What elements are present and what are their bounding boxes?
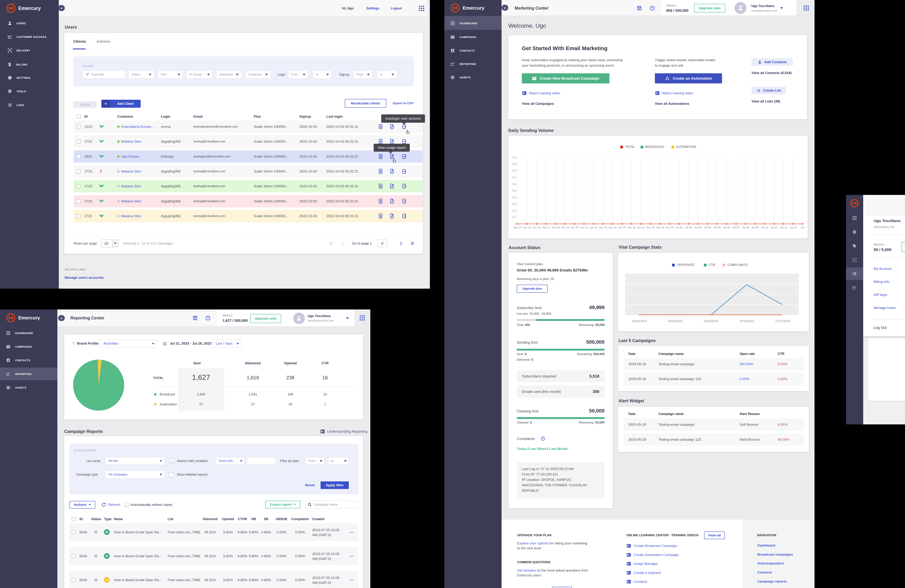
- svg-text:0: 0: [515, 222, 516, 225]
- svg-text:Jun 18: Jun 18: [551, 226, 559, 229]
- svg-text:Jun 24: Jun 24: [608, 226, 616, 229]
- svg-text:0.5: 0.5: [513, 189, 516, 192]
- svg-text:Jun 30: Jun 30: [665, 226, 673, 229]
- svg-text:Jul 13: Jul 13: [789, 226, 797, 229]
- svg-text:Jul 05: Jul 05: [713, 226, 721, 229]
- svg-text:1.0: 1.0: [513, 156, 516, 159]
- svg-text:Jul 01: Jul 01: [675, 226, 683, 229]
- svg-text:Jul 04: Jul 04: [704, 226, 711, 229]
- svg-text:Jun 25: Jun 25: [618, 226, 626, 229]
- svg-text:Jun 22: Jun 22: [589, 226, 597, 229]
- svg-text:Jul 07: Jul 07: [732, 226, 740, 229]
- svg-text:Jul 03: Jul 03: [694, 226, 702, 229]
- svg-text:Jun 16: Jun 16: [532, 226, 540, 229]
- svg-text:0.8: 0.8: [513, 169, 516, 172]
- svg-text:Jul 12: Jul 12: [780, 226, 787, 229]
- svg-text:Jun 23: Jun 23: [599, 226, 607, 229]
- svg-text:Jun 14: Jun 14: [513, 226, 521, 229]
- svg-text:Jul 02: Jul 02: [685, 226, 692, 229]
- svg-text:Jun 19: Jun 19: [561, 226, 569, 229]
- svg-text:Jun 27: Jun 27: [637, 226, 645, 229]
- svg-text:0.2: 0.2: [513, 209, 516, 212]
- svg-text:Jun 20: Jun 20: [570, 226, 578, 229]
- svg-text:Jul: Jul: [801, 226, 804, 229]
- svg-text:Jun 17: Jun 17: [542, 226, 550, 229]
- svg-text:Jul 10: Jul 10: [761, 226, 768, 229]
- svg-text:Jun 28: Jun 28: [646, 226, 654, 229]
- svg-text:0.4: 0.4: [513, 196, 516, 199]
- svg-text:Jun 21: Jun 21: [580, 226, 588, 229]
- svg-text:Jun 26: Jun 26: [627, 226, 635, 229]
- svg-text:0.7: 0.7: [513, 176, 516, 179]
- svg-text:Jul 08: Jul 08: [742, 226, 749, 229]
- svg-text:Jul 09: Jul 09: [751, 226, 759, 229]
- svg-text:0.9: 0.9: [513, 163, 516, 166]
- svg-text:0.6: 0.6: [513, 182, 516, 185]
- svg-text:Jun 15: Jun 15: [523, 226, 531, 229]
- svg-text:Jul 06: Jul 06: [723, 226, 730, 229]
- svg-text:0.1: 0.1: [513, 216, 516, 219]
- svg-text:Jun 29: Jun 29: [656, 226, 664, 229]
- svg-text:0.3: 0.3: [513, 202, 516, 205]
- svg-text:Jul 11: Jul 11: [770, 226, 778, 229]
